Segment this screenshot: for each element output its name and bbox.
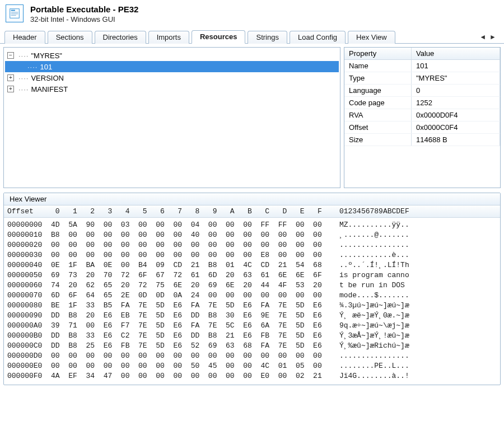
- property-value: 0: [412, 85, 500, 96]
- tree-label: "MYRES": [31, 52, 62, 60]
- hex-row[interactable]: 00000040 0E 1F BA 0E 00 B4 09 CD 21 B8 0…: [7, 260, 497, 270]
- app-icon: [6, 4, 24, 22]
- hex-row[interactable]: 00000000 4D 5A 90 00 03 00 00 00 04 00 0…: [7, 220, 497, 230]
- property-value: "MYRES": [412, 72, 500, 84]
- hex-row[interactable]: 000000A0 39 71 00 E6 F7 7E 5D E6 FA 7E 5…: [7, 321, 497, 331]
- hex-row[interactable]: 000000F0 4A EF 34 47 00 00 00 00 00 00 0…: [7, 371, 497, 381]
- hex-row[interactable]: 00000090 DD B8 20 E6 EB 7E 5D E6 DD B8 3…: [7, 311, 497, 321]
- tab-scroll-left-icon[interactable]: ◄: [479, 33, 486, 41]
- tree-label: VERSION: [31, 74, 64, 82]
- tab-sections[interactable]: Sections: [48, 31, 92, 44]
- tree-item[interactable]: ····101: [5, 61, 339, 72]
- tree-label: MANIFEST: [31, 85, 68, 93]
- property-row[interactable]: Offset0x0000C0F4: [344, 121, 500, 134]
- property-header: Property Value: [344, 48, 500, 60]
- tab-strings[interactable]: Strings: [248, 31, 287, 44]
- property-row[interactable]: RVA0x0000D0F4: [344, 109, 500, 121]
- hex-row[interactable]: 000000D0 00 00 00 00 00 00 00 00 00 00 0…: [7, 351, 497, 361]
- hex-row[interactable]: 000000B0 DD B8 33 E6 C2 7E 5D E6 DD B8 2…: [7, 331, 497, 341]
- hex-row[interactable]: 00000010 B8 00 00 00 00 00 00 00 40 00 0…: [7, 230, 497, 240]
- tree-item[interactable]: −····"MYRES": [5, 50, 339, 61]
- hex-row[interactable]: 000000E0 00 00 00 00 00 00 00 00 50 45 0…: [7, 361, 497, 371]
- tab-scroll-right-icon[interactable]: ►: [489, 33, 496, 41]
- property-panel: Property Value Name101Type"MYRES"Languag…: [344, 47, 501, 188]
- tab-directories[interactable]: Directories: [95, 31, 146, 44]
- tree-toggle-icon[interactable]: +: [7, 74, 14, 81]
- hex-body[interactable]: 00000000 4D 5A 90 00 03 00 00 00 04 00 0…: [4, 218, 500, 385]
- property-key: Name: [344, 60, 412, 72]
- property-key: Code page: [344, 97, 412, 109]
- property-value: 101: [412, 60, 500, 72]
- svg-rect-4: [11, 15, 16, 16]
- hex-row[interactable]: 00000060 74 20 62 65 20 72 75 6E 20 69 6…: [7, 280, 497, 291]
- hex-viewer-title: Hex Viewer: [4, 193, 500, 205]
- property-header-key: Property: [344, 48, 412, 59]
- hex-header-row: Offset 0 1 2 3 4 5 6 7 8 9 A B C D E F 0…: [4, 205, 500, 218]
- tab-load-config[interactable]: Load Config: [290, 31, 346, 44]
- hex-row[interactable]: 000000C0 DD B8 25 E6 FB 7E 5D E6 52 69 6…: [7, 341, 497, 351]
- tree-label: 101: [40, 63, 52, 71]
- pe-file-icon: [8, 7, 21, 20]
- property-key: Language: [344, 85, 412, 96]
- svg-rect-2: [11, 12, 18, 12]
- tree-item[interactable]: +····MANIFEST: [5, 83, 339, 95]
- property-value: 0x0000C0F4: [412, 121, 500, 133]
- tree-toggle-icon[interactable]: −: [7, 52, 14, 59]
- hex-row[interactable]: 00000050 69 73 20 70 72 6F 67 72 61 6D 2…: [7, 270, 497, 280]
- property-body: Name101Type"MYRES"Language0Code page1252…: [344, 60, 500, 146]
- property-key: Size: [344, 134, 412, 146]
- property-key: Type: [344, 72, 412, 84]
- resource-tree[interactable]: −····"MYRES"····101+····VERSION+····MANI…: [4, 48, 340, 97]
- property-row[interactable]: Name101: [344, 60, 500, 72]
- resource-tree-panel: −····"MYRES"····101+····VERSION+····MANI…: [3, 47, 340, 188]
- property-row[interactable]: Size114688 B: [344, 134, 500, 146]
- tab-resources[interactable]: Resources: [192, 30, 245, 44]
- page-title: Portable Executable - PE32: [30, 4, 138, 14]
- header: Portable Executable - PE32 32-bit Intel …: [0, 0, 504, 27]
- property-value: 0x0000D0F4: [412, 109, 500, 121]
- property-header-value: Value: [412, 48, 500, 59]
- tab-hex-view[interactable]: Hex View: [348, 31, 395, 44]
- svg-rect-3: [11, 13, 18, 14]
- tab-header[interactable]: Header: [4, 31, 45, 44]
- tabstrip: HeaderSectionsDirectoriesImportsResource…: [0, 27, 504, 44]
- hex-row[interactable]: 00000080 BE 1F 33 B5 FA 7E 5D E6 FA 7E 5…: [7, 301, 497, 311]
- tree-toggle-icon[interactable]: +: [7, 86, 14, 92]
- tree-item[interactable]: +····VERSION: [5, 72, 339, 83]
- property-row[interactable]: Type"MYRES": [344, 72, 500, 85]
- tab-imports[interactable]: Imports: [148, 31, 189, 44]
- property-value: 1252: [412, 97, 500, 109]
- property-value: 114688 B: [412, 134, 500, 146]
- property-row[interactable]: Language0: [344, 85, 500, 97]
- page-subtitle: 32-bit Intel - Windows GUI: [30, 15, 138, 24]
- svg-rect-1: [11, 10, 15, 11]
- hex-viewer-panel: Hex Viewer Offset 0 1 2 3 4 5 6 7 8 9 A …: [3, 193, 501, 385]
- property-key: RVA: [344, 109, 412, 121]
- property-row[interactable]: Code page1252: [344, 97, 500, 109]
- property-key: Offset: [344, 121, 412, 133]
- hex-row[interactable]: 00000070 6D 6F 64 65 2E 0D 0D 0A 24 00 0…: [7, 291, 497, 301]
- hex-row[interactable]: 00000030 00 00 00 00 00 00 00 00 00 00 0…: [7, 250, 497, 260]
- hex-row[interactable]: 00000020 00 00 00 00 00 00 00 00 00 00 0…: [7, 240, 497, 250]
